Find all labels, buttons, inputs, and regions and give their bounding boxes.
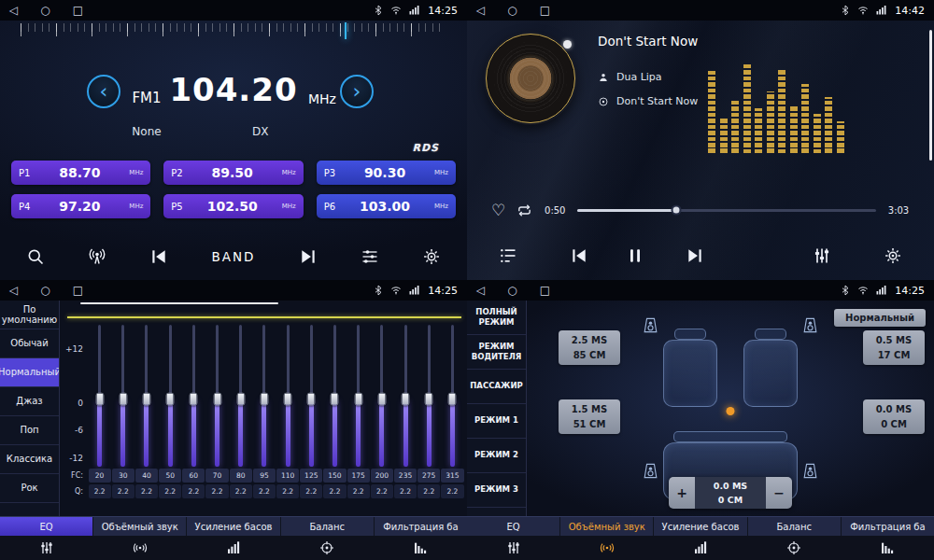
nav-back-icon[interactable]: ◁	[476, 4, 485, 17]
settings-gear-icon[interactable]	[884, 246, 902, 265]
eq-slider-track[interactable]	[428, 325, 431, 467]
nav-recents-icon[interactable]: □	[540, 4, 550, 17]
eq-slider-knob[interactable]	[236, 392, 245, 405]
eq-band[interactable]: 110 2.2	[276, 325, 300, 511]
radio-preset-button[interactable]: P4 97.20 MHz	[11, 194, 150, 218]
eq-band[interactable]: 150 2.2	[323, 325, 347, 511]
eq-slider-track[interactable]	[262, 325, 265, 467]
nav-recents-icon[interactable]: □	[73, 284, 83, 297]
equalizer-icon[interactable]	[813, 246, 831, 265]
filter-tab-icon[interactable]	[841, 540, 934, 555]
eq-band[interactable]: 125 2.2	[300, 325, 323, 511]
radio-preset-button[interactable]: P6 103.00 MHz	[317, 194, 456, 218]
profile-button[interactable]: Нормальный	[834, 309, 926, 327]
playlist-icon[interactable]	[499, 246, 517, 265]
eq-tab-icon[interactable]	[0, 540, 93, 555]
balance-tab-icon[interactable]	[747, 540, 841, 555]
eq-band[interactable]: 235 2.2	[393, 325, 417, 511]
nav-back-icon[interactable]: ◁	[9, 4, 18, 17]
tab-filter[interactable]: Фильтрация ба	[375, 517, 467, 536]
eq-band[interactable]: 200 2.2	[370, 325, 393, 511]
nav-recents-icon[interactable]: □	[73, 4, 83, 17]
eq-slider-knob[interactable]	[213, 392, 221, 405]
nav-home-icon[interactable]: ○	[40, 284, 50, 297]
tab-balance[interactable]: Баланс	[281, 517, 375, 536]
tab-eq[interactable]: EQ	[467, 517, 560, 536]
eq-slider-track[interactable]	[169, 325, 172, 467]
listening-mode-item[interactable]: ПАССАЖИР	[467, 370, 526, 404]
eq-slider-track[interactable]	[404, 325, 407, 467]
adjust-sliders-icon[interactable]	[361, 247, 379, 266]
eq-slider-knob[interactable]	[425, 392, 433, 405]
eq-band[interactable]: 70 2.2	[205, 325, 229, 511]
balance-tab-icon[interactable]	[280, 540, 374, 555]
progress-knob[interactable]	[671, 205, 681, 216]
tab-balance[interactable]: Баланс	[748, 517, 842, 536]
tab-eq[interactable]: EQ	[0, 517, 93, 536]
eq-band[interactable]: 275 2.2	[417, 325, 441, 511]
tab-bass-boost[interactable]: Усиление басов	[187, 517, 280, 536]
eq-slider-knob[interactable]	[284, 392, 292, 405]
radio-preset-button[interactable]: P3 90.30 MHz	[317, 161, 456, 185]
eq-slider-track[interactable]	[216, 325, 219, 467]
eq-band[interactable]: 60 2.2	[182, 325, 205, 511]
eq-slider-track[interactable]	[121, 325, 124, 467]
progress-bar[interactable]	[577, 209, 876, 212]
listening-mode-item[interactable]: ПОЛНЫЙ РЕЖИМ	[467, 301, 526, 335]
eq-band[interactable]: 20 2.2	[88, 325, 111, 511]
band-button[interactable]: BAND	[211, 249, 255, 264]
bass-boost-tab-icon[interactable]	[654, 540, 747, 555]
eq-slider-knob[interactable]	[190, 392, 198, 405]
eq-slider-track[interactable]	[310, 325, 313, 467]
listening-mode-item[interactable]: РЕЖИМ 2	[467, 439, 526, 473]
delay-front-left-button[interactable]: 2.5 MS 85 CM	[559, 330, 620, 365]
eq-band[interactable]: 315 2.2	[441, 325, 464, 511]
eq-slider-track[interactable]	[333, 325, 336, 467]
eq-slider-track[interactable]	[357, 325, 360, 467]
eq-slider-knob[interactable]	[448, 392, 457, 405]
eq-preset-item[interactable]: Нормальный	[0, 358, 59, 387]
eq-preset-item[interactable]: Обычай	[0, 329, 59, 358]
eq-preset-item[interactable]: По умолчанию	[0, 301, 59, 329]
delay-rear-right-button[interactable]: 0.0 MS 0 CM	[863, 399, 925, 434]
listening-mode-item[interactable]: РЕЖИМ 1	[467, 404, 526, 439]
nav-home-icon[interactable]: ○	[40, 4, 50, 17]
filter-tab-icon[interactable]	[374, 540, 467, 555]
delay-rear-left-button[interactable]: 1.5 MS 51 CM	[559, 399, 620, 434]
next-station-icon[interactable]	[299, 247, 318, 266]
eq-preset-item[interactable]: Рок	[0, 474, 59, 503]
surround-tab-icon[interactable]	[560, 540, 654, 555]
eq-slider-knob[interactable]	[95, 392, 104, 405]
eq-slider-knob[interactable]	[119, 392, 127, 405]
repeat-button[interactable]	[517, 203, 532, 218]
radio-preset-button[interactable]: P2 89.50 MHz	[163, 161, 303, 185]
delay-increase-button[interactable]: +	[669, 477, 695, 509]
eq-tab-icon[interactable]	[467, 540, 560, 555]
nav-home-icon[interactable]: ○	[507, 4, 517, 17]
settings-gear-icon[interactable]	[422, 247, 441, 266]
radio-preset-button[interactable]: P1 88.70 MHz	[11, 161, 150, 185]
nav-recents-icon[interactable]: □	[540, 284, 550, 297]
tab-surround[interactable]: Объёмный звук	[560, 517, 654, 536]
listening-mode-item[interactable]: РЕЖИМ ВОДИТЕЛЯ	[467, 335, 526, 370]
eq-band[interactable]: 50 2.2	[159, 325, 182, 511]
previous-track-icon[interactable]	[570, 246, 588, 265]
eq-slider-track[interactable]	[287, 325, 290, 467]
eq-slider-knob[interactable]	[142, 392, 150, 405]
eq-slider-track[interactable]	[380, 325, 383, 467]
eq-slider-track[interactable]	[98, 325, 101, 467]
eq-slider-knob[interactable]	[307, 392, 316, 405]
pause-button[interactable]	[626, 246, 644, 265]
next-track-icon[interactable]	[686, 246, 704, 265]
eq-slider-knob[interactable]	[331, 392, 339, 405]
eq-band[interactable]: 95 2.2	[252, 325, 276, 511]
eq-band[interactable]: 80 2.2	[229, 325, 252, 511]
eq-slider-track[interactable]	[239, 325, 242, 467]
eq-slider-knob[interactable]	[260, 392, 268, 405]
bass-boost-tab-icon[interactable]	[187, 540, 280, 555]
eq-slider-track[interactable]	[145, 325, 148, 467]
radio-preset-button[interactable]: P5 102.50 MHz	[163, 194, 303, 218]
eq-preset-item[interactable]: Поп	[0, 416, 59, 445]
eq-slider-track[interactable]	[192, 325, 195, 467]
tab-bass-boost[interactable]: Усиление басов	[654, 517, 747, 536]
